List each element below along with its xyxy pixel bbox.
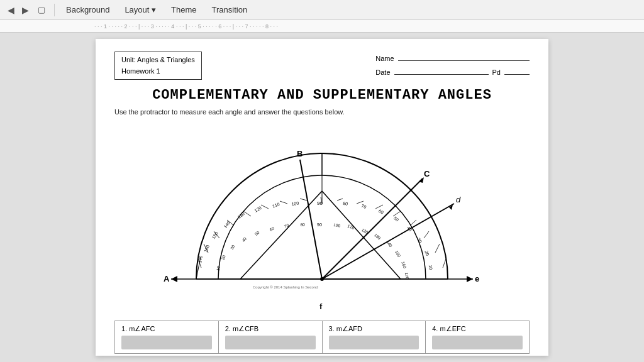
svg-text:10: 10	[216, 266, 221, 272]
answer-box-3	[329, 336, 419, 349]
question-4-label: 4. m∠EFC	[432, 325, 523, 333]
svg-text:80: 80	[300, 222, 306, 227]
svg-line-60	[300, 160, 322, 279]
theme-button[interactable]: Theme	[165, 3, 203, 16]
svg-text:80: 80	[343, 201, 348, 206]
svg-marker-1	[171, 276, 177, 282]
svg-text:10: 10	[428, 265, 433, 270]
svg-text:70: 70	[361, 204, 367, 209]
question-3-label: 3. m∠AFD	[329, 325, 419, 333]
questions-table: 1. m∠AFC 2. m∠CFB 3. m∠AFD 4. m∠EFC	[114, 321, 530, 354]
svg-text:30: 30	[416, 237, 423, 243]
background-button[interactable]: Background	[60, 3, 116, 16]
svg-line-47	[243, 211, 251, 216]
question-4-cell: 4. m∠EFC	[426, 321, 530, 354]
answer-box-2	[225, 336, 316, 349]
transition-button[interactable]: Transition	[206, 3, 254, 16]
svg-line-57	[424, 231, 429, 238]
answer-box-4	[432, 336, 523, 349]
unit-line1: Unit: Angles & Triangles	[121, 55, 195, 66]
svg-text:f: f	[319, 302, 323, 311]
layout-button[interactable]: Layout	[118, 3, 162, 16]
forward-arrow-icon[interactable]: ▶	[19, 4, 31, 16]
svg-text:50: 50	[254, 230, 260, 236]
svg-line-55	[393, 211, 401, 216]
question-1-cell: 1. m∠AFC	[115, 321, 219, 354]
svg-text:130: 130	[374, 233, 382, 241]
svg-line-70	[240, 191, 322, 279]
svg-line-71	[322, 191, 401, 279]
svg-text:C: C	[424, 169, 430, 178]
answer-box-1	[121, 336, 212, 349]
svg-line-58	[435, 244, 440, 253]
pd-label: Pd	[492, 65, 501, 79]
svg-text:B: B	[297, 149, 303, 158]
questions-row: 1. m∠AFC 2. m∠CFB 3. m∠AFD 4. m∠EFC	[115, 321, 530, 354]
svg-line-59	[443, 259, 446, 268]
question-1-label: 1. m∠AFC	[121, 325, 212, 333]
svg-text:90: 90	[317, 222, 322, 227]
svg-text:20: 20	[221, 255, 226, 261]
ruler: · · · 1 · · · · · 2 · · · | · · · 3 · · …	[0, 20, 644, 33]
svg-text:20: 20	[424, 250, 430, 256]
divider	[54, 4, 55, 16]
svg-text:130: 130	[237, 211, 246, 219]
svg-text:50: 50	[393, 216, 400, 222]
svg-text:60: 60	[378, 209, 384, 215]
svg-text:140: 140	[223, 221, 231, 229]
page-title: COMPLEMENTARY AND SUPPLEMENTARY ANGLES	[114, 87, 530, 103]
svg-text:60: 60	[269, 226, 275, 232]
svg-text:150: 150	[394, 250, 402, 258]
svg-text:30: 30	[230, 244, 236, 250]
unit-box: Unit: Angles & Triangles Homework 1	[114, 52, 202, 80]
svg-text:d: d	[456, 195, 461, 204]
date-underline	[394, 74, 489, 75]
back-arrow-icon[interactable]: ◀	[5, 4, 17, 16]
page-header: Unit: Angles & Triangles Homework 1 Name…	[114, 52, 530, 80]
name-date-section: Name Date Pd	[375, 52, 530, 80]
question-2-cell: 2. m∠CFB	[218, 321, 322, 354]
svg-line-52	[337, 199, 343, 200]
content-area: Unit: Angles & Triangles Homework 1 Name…	[0, 33, 644, 362]
svg-marker-2	[467, 276, 473, 282]
question-3-cell: 3. m∠AFD	[322, 321, 426, 354]
svg-line-56	[410, 220, 416, 226]
svg-text:100: 100	[333, 222, 341, 228]
date-label: Date	[375, 65, 390, 79]
svg-line-48	[261, 205, 269, 209]
date-line: Date Pd	[375, 65, 530, 79]
page: Unit: Angles & Triangles Homework 1 Name…	[96, 39, 548, 356]
svg-text:110: 110	[272, 202, 280, 209]
protractor-svg: A e	[158, 122, 486, 317]
svg-text:70: 70	[284, 223, 290, 229]
page-subtitle: Use the protractor to measure each angle…	[114, 108, 530, 116]
svg-text:A: A	[164, 274, 170, 283]
svg-text:120: 120	[253, 206, 262, 213]
svg-text:e: e	[475, 274, 479, 283]
svg-text:160: 160	[401, 261, 407, 269]
name-underline	[398, 60, 530, 61]
name-label: Name	[375, 52, 394, 65]
toolbar: ◀ ▶ ▢ Background Layout Theme Transition	[0, 0, 644, 20]
new-slide-icon[interactable]: ▢	[34, 4, 49, 16]
svg-text:40: 40	[241, 236, 247, 243]
unit-line2: Homework 1	[121, 66, 195, 77]
svg-line-54	[375, 205, 383, 209]
name-line: Name	[375, 52, 530, 65]
svg-line-65	[322, 204, 454, 279]
svg-line-50	[300, 199, 307, 200]
question-2-label: 2. m∠CFB	[225, 325, 316, 333]
svg-line-49	[280, 201, 287, 204]
protractor-area: A e	[114, 122, 530, 317]
svg-text:Copyright © 2014 Splashing In : Copyright © 2014 Splashing In Second	[253, 285, 318, 289]
svg-text:100: 100	[291, 201, 299, 207]
pd-underline	[504, 74, 530, 75]
ruler-marks: · · · 1 · · · · · 2 · · · | · · · 3 · · …	[6, 23, 638, 30]
